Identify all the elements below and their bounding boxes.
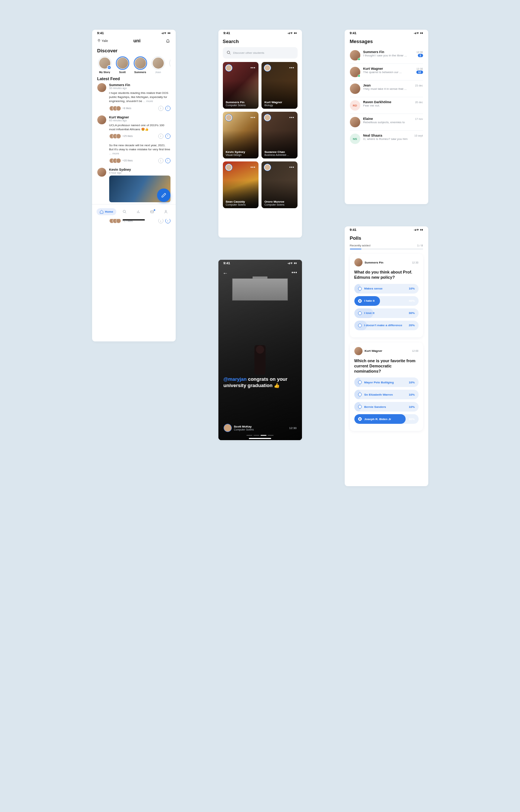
card-more-button[interactable]: ••• [289,165,295,169]
tab-profile[interactable] [161,208,171,215]
poll-option[interactable]: Joseph R. Biden Jr 80% [354,414,419,424]
message-row[interactable]: Summers Fin12:30 I thought I saw you in … [350,47,423,64]
post-likes[interactable]: +25 likes [109,134,133,139]
home-indicator[interactable] [123,219,145,220]
message-avatar: RD [350,100,360,111]
more-button[interactable]: ••• [292,270,298,275]
poll-option[interactable]: I love it 30% [354,308,419,318]
feed-post[interactable]: Summers Fin30 minutes agoI hope students… [97,83,170,111]
message-preview: Fear me not. [363,104,380,107]
unread-dot [154,209,155,211]
message-time: 12:30 [416,68,423,70]
screen-polls: 9:41 ··ıl ᯤ ▮▮ Polls Recently added 1 / … [345,226,428,486]
story-item[interactable]: + My Story [97,56,112,73]
story-item[interactable]: Jean [151,56,166,73]
message-row[interactable]: NS Neal Shaara10 sept O, where is Romeo?… [350,131,423,147]
bell-icon[interactable] [166,39,170,43]
message-row[interactable]: Elaine17 nov Rebellious subjects, enemie… [350,114,423,131]
story-label: My Story [97,71,112,73]
home-indicator[interactable] [249,438,271,439]
search-title: Search [223,39,298,44]
post-more[interactable]: ... more [143,99,153,103]
card-major: Computer Sciens [226,203,246,206]
location-selector[interactable]: Yale [97,39,108,43]
status-indicators: ··ıl ᯤ ▮▮ [414,32,423,35]
compose-fab[interactable] [157,189,170,202]
post-likes[interactable]: +8 likes [109,106,131,111]
user-icon [164,210,168,214]
download-button[interactable]: ↓ [158,158,163,163]
feed-post[interactable]: Kurt Wagner60 minutes agoUCLA professor … [97,115,170,139]
story-mention[interactable]: @maryjan [224,376,247,382]
student-card[interactable]: ••• Kurt Wagner Biology [261,62,298,109]
post-likes[interactable]: +20 likes [109,158,133,163]
story-item[interactable]: Elai [169,56,170,73]
story-label: Jean [151,71,166,73]
story-label: Summers [133,71,148,73]
student-card[interactable]: ••• Suzanne Chan Business Administr… [261,112,298,158]
story-item[interactable]: Scott [115,56,130,73]
app-brand: uni [133,38,141,43]
search-input[interactable]: Discover other students [223,47,298,58]
card-more-button[interactable]: ••• [250,66,256,70]
status-indicators: ··ıl ᯤ ▮▮ [161,32,170,35]
student-card[interactable]: ••• Ororo Munroe Computer Sciens [261,161,298,208]
post-avatar [97,168,106,177]
story-item[interactable]: Summers [133,56,148,73]
message-avatar [350,84,360,94]
polls-page-counter: 1 / 8 [417,244,423,247]
post-more[interactable]: ... more [109,152,119,155]
polls-tab-recent[interactable]: Recently added [350,244,371,247]
feed-post[interactable]: So the new decade will be next year, 202… [97,143,170,163]
tab-polls[interactable] [133,208,143,215]
upvote-button[interactable]: ↑ [165,158,170,163]
tab-messages[interactable] [147,208,157,215]
status-time: 9:41 [97,31,104,35]
story-image[interactable] [218,260,302,440]
card-major: Business Administr… [264,154,289,156]
messages-title: Messages [350,39,423,44]
tab-home[interactable]: Home [97,208,116,215]
poll-option-pct: 10% [409,393,415,396]
upvote-button[interactable]: ↑ [165,134,170,139]
upvote-button[interactable]: ↑ [165,106,170,111]
story-avatar [135,58,146,69]
message-avatar [350,67,360,77]
pencil-icon [161,193,166,198]
poll-option[interactable]: Mayor Pete Buttigieg 10% [354,377,419,387]
message-name: Summers Fin [363,50,384,54]
message-row[interactable]: RD Raven Darkhölme20 dec Fear me not. [350,97,423,114]
story-author[interactable]: Scott McKay Computer Sciens 12:30 [224,424,297,432]
student-card[interactable]: ••• Sean Cassidy Computer Sciens [223,161,259,208]
student-card[interactable]: ••• Summers Fin Computer Sciens [223,62,259,109]
story-ring [169,56,170,70]
upvote-button[interactable]: ↑ [165,218,170,223]
building-illustration [232,278,288,301]
back-button[interactable]: ← [223,270,228,276]
student-card[interactable]: ••• Kevin Sydney Visual Design [223,112,259,158]
download-button[interactable]: ↓ [158,218,163,223]
tab-search[interactable] [120,208,130,215]
poll-option[interactable]: Sn Elizabeth Warren 10% [354,390,419,399]
download-button[interactable]: ↓ [158,106,163,111]
card-more-button[interactable]: ••• [289,115,295,119]
online-indicator [358,58,360,60]
card-more-button[interactable]: ••• [250,165,256,169]
poll-option[interactable]: I hate it 40% [354,296,419,306]
poll-option[interactable]: Bernie Sanders 10% [354,402,419,412]
card-name: Summers Fin [226,101,246,104]
download-button[interactable]: ↓ [158,134,163,139]
status-bar: 9:41 ··ıl ᯤ ▮▮ [218,260,302,266]
card-more-button[interactable]: ••• [289,66,295,70]
home-icon [100,210,104,214]
card-more-button[interactable]: ••• [250,115,256,119]
message-row[interactable]: Kurt Wagner12:30 The quarrel is between … [350,64,423,81]
message-row[interactable]: Jean23 dec They must take it in sense th… [350,81,423,97]
story-label: Elai [169,71,170,73]
poll-option[interactable]: I doesn't make a difference 20% [354,321,419,330]
poll-option-pct: 30% [409,311,415,315]
card-avatar [225,164,233,171]
card-name: Kurt Wagner [264,101,282,104]
poll-option[interactable]: Makes sense 10% [354,284,419,294]
poll-option-pct: 10% [409,287,415,290]
